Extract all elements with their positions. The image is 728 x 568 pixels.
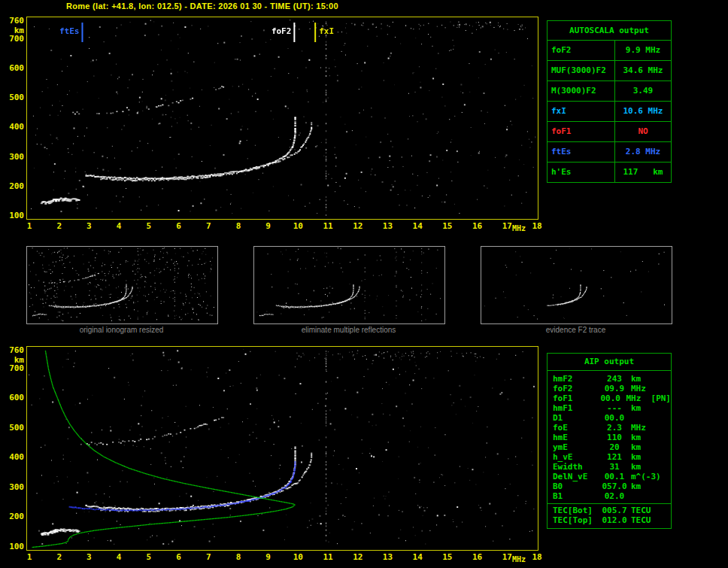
aip-label: hmF1: [553, 403, 599, 413]
autoscala-row-hEs: h'Es117 km: [548, 163, 671, 182]
y-axis-tick-label: 600: [3, 64, 24, 73]
autoscala-row-label: MUF(3000)F2: [548, 61, 615, 80]
x-axis-tick-label: 2: [52, 222, 67, 231]
x-axis-tick-label: 11: [320, 553, 335, 562]
autoscala-window: Rome (lat: +41.8, lon: 012.5) - DATE: 20…: [0, 0, 728, 568]
aip-row-DelNvE: DelN_vE00.1m^(-3): [548, 472, 671, 481]
thumbnail-caption-eliminate: eliminate multiple reflections: [253, 326, 444, 334]
autoscala-row-value: NO: [615, 122, 671, 141]
aip-value: 243: [599, 374, 629, 384]
x-axis-tick-label: 3: [81, 553, 96, 562]
x-axis-tick-label: 15: [440, 553, 455, 562]
aip-unit: km: [631, 433, 641, 442]
aip-label: B1: [553, 491, 599, 501]
aip-unit: MHz: [631, 423, 646, 433]
y-axis-unit-label: km: [3, 356, 24, 365]
aip-label: hmF2: [553, 374, 599, 384]
aip-label: DelN_vE: [553, 472, 599, 481]
aip-row-B1: B102.0: [548, 491, 671, 501]
x-axis-tick-label: 3: [81, 222, 96, 231]
autoscala-row-label: ftEs: [548, 142, 615, 162]
aip-row-B0: B0057.0km: [548, 481, 671, 491]
aip-table-body: hmF2243kmfoF209.9MHzfoF100.0MHz [PN]hmF1…: [548, 374, 671, 501]
aip-value: 20: [599, 442, 629, 452]
autoscala-table-body: foF29.9 MHzMUF(3000)F234.6 MHzM(3000)F23…: [548, 41, 671, 182]
y-axis-tick-label: 700: [3, 35, 24, 44]
aip-label: Ewidth: [553, 462, 599, 472]
aip-value: 110: [599, 433, 629, 442]
aip-unit: m^(-3): [631, 472, 661, 481]
thumbnail-caption-original: original ionogram resized: [26, 326, 217, 334]
aip-row-hmF1: hmF1---km: [548, 403, 671, 413]
aip-row-hvE: h_vE121km: [548, 452, 671, 462]
aip-row-foF1: foF100.0MHz [PN]: [548, 393, 671, 403]
autoscala-row-value: 34.6 MHz: [615, 61, 671, 80]
x-axis-tick-label: 6: [171, 553, 187, 562]
aip-label: TEC[Bot]: [553, 506, 599, 515]
aip-row-D1: D100.0: [548, 413, 671, 423]
y-axis-tick-label: 300: [3, 153, 24, 162]
x-axis-tick-label: 5: [141, 553, 156, 562]
aip-tec-section: TEC[Bot]005.7TECUTEC[Top]012.0TECU: [548, 503, 671, 528]
x-axis-tick-label: 14: [410, 222, 425, 231]
aip-value: 121: [599, 452, 629, 462]
x-axis-tick-label: 13: [380, 553, 395, 562]
ionogram-plot-bottom: [26, 346, 538, 551]
aip-row-TECTop: TEC[Top]012.0TECU: [548, 515, 671, 525]
y-axis-tick-label: 100: [3, 542, 24, 551]
aip-row-foE: foE2.3MHz: [548, 423, 671, 433]
aip-label: ymE: [553, 442, 599, 452]
x-axis-tick-label: 12: [350, 553, 366, 562]
x-axis-tick-label: 18: [529, 222, 544, 231]
y-axis-tick-label: 400: [3, 453, 24, 462]
aip-unit: km: [631, 374, 641, 384]
x-axis-tick-label: 5: [141, 222, 156, 231]
ionogram-canvas-bottom: [27, 347, 538, 550]
x-axis-tick-label: 12: [350, 222, 366, 231]
marker-label-ftEs: ftEs: [56, 27, 79, 36]
aip-label: D1: [553, 413, 599, 423]
aip-table-header: AIP output: [548, 354, 671, 371]
x-axis-tick-label: 6: [171, 222, 187, 231]
autoscala-row-MUF3000F2: MUF(3000)F234.6 MHz: [548, 61, 671, 81]
aip-value: 012.0: [599, 515, 629, 525]
y-axis-tick-label: 600: [3, 393, 24, 402]
autoscala-row-value: 10.6 MHz: [615, 102, 671, 121]
aip-value: 2.3: [599, 423, 629, 433]
thumbnail-canvas-original: [27, 247, 216, 322]
aip-value: 31: [599, 462, 629, 472]
x-axis-tick-label: 16: [470, 553, 485, 562]
aip-row-Ewidth: Ewidth31km: [548, 462, 671, 472]
aip-output-table: AIP output hmF2243kmfoF209.9MHzfoF100.0M…: [547, 353, 672, 529]
aip-unit: km: [631, 462, 641, 472]
aip-row-ymE: ymE20km: [548, 442, 671, 452]
autoscala-row-label: foF1: [548, 122, 615, 141]
x-axis-tick-label: 2: [52, 553, 67, 562]
x-axis-tick-label: 4: [111, 222, 126, 231]
x-axis-tick-label: 8: [231, 553, 246, 562]
y-axis-tick-label: 760: [3, 17, 24, 26]
y-axis-tick-label: 200: [3, 512, 24, 521]
aip-unit: TECU: [631, 506, 651, 515]
aip-row-foF2: foF209.9MHz: [548, 384, 671, 393]
marker-label-fxI: fxI: [319, 27, 334, 36]
y-axis-unit-label: km: [3, 26, 24, 35]
aip-row-TECBot: TEC[Bot]005.7TECU: [548, 506, 671, 515]
aip-unit: MHz [PN]: [626, 393, 671, 403]
x-axis-unit-label: MHz: [512, 555, 526, 563]
autoscala-row-label: h'Es: [548, 163, 615, 182]
thumbnail-canvas-eliminate: [254, 247, 443, 322]
x-axis-unit-label: MHz: [512, 224, 526, 232]
x-axis-tick-label: 13: [380, 222, 395, 231]
autoscala-row-value: 2.8 MHz: [615, 142, 671, 162]
x-axis-tick-label: 11: [320, 222, 335, 231]
aip-value: 00.1: [599, 472, 629, 481]
aip-label: foF2: [553, 384, 599, 393]
autoscala-row-value: 3.49: [615, 81, 671, 101]
autoscala-row-value: 9.9 MHz: [615, 41, 671, 60]
aip-label: foE: [553, 423, 599, 433]
x-axis-tick-label: 8: [231, 222, 246, 231]
x-axis-tick-label: 1: [22, 553, 37, 562]
x-axis-tick-label: 10: [290, 553, 305, 562]
aip-label: foF1: [553, 393, 596, 403]
